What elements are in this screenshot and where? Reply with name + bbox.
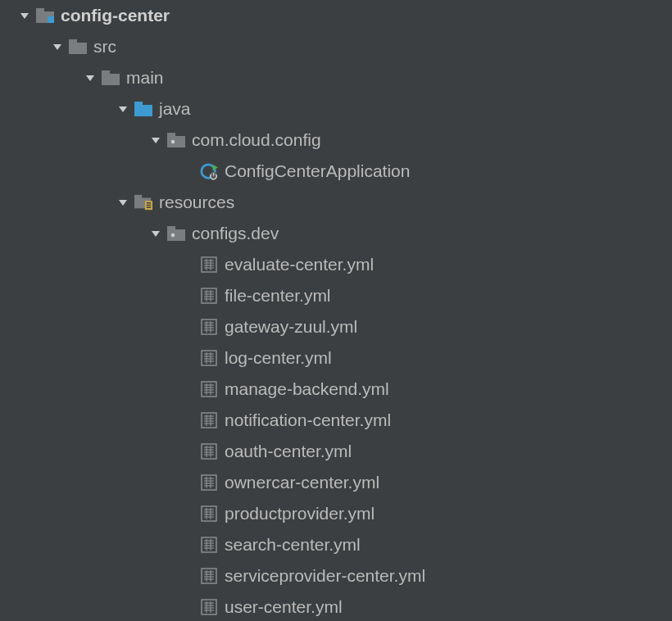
yml-file-icon: [200, 256, 218, 274]
svg-rect-2: [36, 8, 44, 13]
svg-rect-94: [202, 537, 216, 552]
svg-rect-11: [134, 105, 152, 116]
svg-rect-5: [69, 43, 87, 54]
svg-point-16: [171, 140, 175, 143]
expand-arrow-icon[interactable]: [148, 225, 164, 242]
svg-rect-3: [48, 16, 54, 23]
project-tree: config-center src main: [0, 0, 672, 621]
svg-rect-52: [202, 351, 216, 365]
svg-rect-73: [202, 444, 216, 459]
svg-rect-28: [167, 229, 185, 241]
tree-row-yml-file[interactable]: ownercar-center.yml: [0, 467, 672, 498]
tree-row-yml-file[interactable]: file-center.yml: [0, 280, 672, 311]
svg-marker-10: [119, 107, 127, 112]
tree-row-src[interactable]: src: [0, 31, 672, 62]
tree-row-main[interactable]: main: [0, 62, 672, 93]
tree-row-yml-file[interactable]: search-center.yml: [0, 529, 672, 560]
tree-label: main: [126, 68, 164, 88]
tree-row-package[interactable]: com.cloud.config: [0, 125, 672, 156]
yml-file-icon: [200, 287, 218, 305]
svg-rect-14: [167, 136, 185, 147]
svg-rect-22: [134, 195, 142, 200]
folder-icon: [69, 38, 87, 56]
svg-rect-101: [202, 569, 216, 583]
yml-file-icon: [200, 474, 218, 492]
tree-label: evaluate-center.yml: [225, 255, 374, 274]
svg-rect-26: [147, 207, 152, 208]
svg-rect-6: [69, 39, 77, 44]
tree-row-yml-file[interactable]: evaluate-center.yml: [0, 249, 672, 280]
svg-marker-13: [152, 138, 160, 143]
svg-rect-24: [147, 202, 152, 203]
svg-rect-25: [147, 205, 152, 206]
tree-label: com.cloud.config: [192, 130, 321, 150]
expand-arrow-icon[interactable]: [115, 194, 131, 211]
tree-label: gateway-zuul.yml: [225, 317, 357, 337]
svg-point-30: [171, 233, 175, 237]
svg-rect-9: [102, 70, 110, 75]
tree-label: search-center.yml: [225, 535, 361, 555]
svg-rect-29: [167, 226, 175, 231]
expand-arrow-icon[interactable]: [82, 70, 98, 86]
tree-label: user-center.yml: [225, 597, 343, 617]
yml-file-icon: [200, 442, 218, 460]
folder-icon: [102, 69, 120, 87]
yml-file-icon: [200, 349, 218, 367]
tree-row-resources[interactable]: resources: [0, 187, 672, 218]
svg-marker-7: [86, 75, 94, 81]
svg-marker-0: [20, 13, 29, 19]
svg-rect-8: [102, 74, 120, 85]
yml-file-icon: [200, 536, 218, 554]
package-icon: [167, 131, 185, 149]
tree-row-yml-file[interactable]: log-center.yml: [0, 342, 672, 374]
svg-rect-31: [202, 257, 216, 272]
tree-row-java[interactable]: java: [0, 93, 672, 125]
tree-row-yml-file[interactable]: serviceprovider-center.yml: [0, 560, 672, 592]
tree-label: ConfigCenterApplication: [225, 161, 410, 181]
tree-label: notification-center.yml: [225, 410, 391, 430]
package-icon: [167, 224, 185, 243]
tree-row-yml-file[interactable]: oauth-center.yml: [0, 436, 672, 467]
svg-rect-87: [202, 506, 216, 521]
yml-file-icon: [200, 505, 218, 523]
yml-file-icon: [200, 567, 218, 585]
svg-rect-59: [202, 382, 216, 397]
module-folder-icon: [36, 7, 54, 25]
tree-row-yml-file[interactable]: notification-center.yml: [0, 405, 672, 436]
tree-label: serviceprovider-center.yml: [225, 566, 425, 586]
spring-boot-run-icon: [200, 162, 218, 180]
svg-rect-45: [202, 320, 216, 334]
resources-folder-icon: [134, 193, 152, 211]
tree-row-app-class[interactable]: ConfigCenterApplication: [0, 156, 672, 187]
tree-row-yml-file[interactable]: productprovider.yml: [0, 498, 672, 529]
tree-label: configs.dev: [192, 224, 279, 243]
tree-row-yml-file[interactable]: manage-backend.yml: [0, 374, 672, 405]
tree-label: file-center.yml: [225, 286, 331, 306]
yml-file-icon: [200, 598, 218, 616]
tree-row-config-center[interactable]: config-center: [0, 0, 672, 31]
expand-arrow-icon[interactable]: [49, 39, 66, 55]
tree-label: resources: [159, 193, 234, 212]
tree-label: manage-backend.yml: [225, 379, 389, 399]
expand-arrow-icon[interactable]: [148, 132, 164, 148]
tree-row-configs-dev[interactable]: configs.dev: [0, 218, 672, 249]
yml-file-icon: [200, 411, 218, 429]
tree-label: config-center: [61, 6, 170, 25]
svg-marker-4: [53, 44, 61, 50]
expand-arrow-icon[interactable]: [115, 101, 131, 117]
tree-label: log-center.yml: [225, 348, 332, 368]
expand-arrow-icon[interactable]: [16, 7, 33, 24]
tree-row-yml-file[interactable]: gateway-zuul.yml: [0, 311, 672, 342]
tree-label: java: [159, 99, 191, 119]
tree-label: ownercar-center.yml: [225, 473, 379, 492]
svg-rect-108: [202, 600, 216, 614]
source-folder-icon: [134, 100, 152, 118]
tree-label: oauth-center.yml: [225, 442, 352, 461]
tree-row-yml-file[interactable]: user-center.yml: [0, 592, 672, 621]
svg-rect-12: [134, 102, 143, 107]
svg-rect-15: [167, 133, 175, 138]
svg-rect-66: [202, 413, 216, 428]
svg-marker-27: [152, 231, 160, 237]
yml-file-icon: [200, 380, 218, 398]
tree-label: src: [93, 37, 116, 57]
